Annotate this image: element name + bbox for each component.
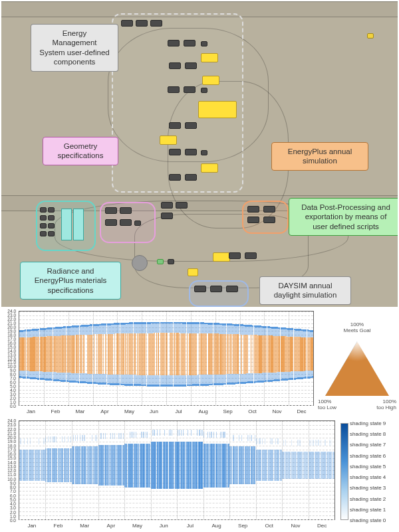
shading-legend-item: shading state 7 [350, 442, 386, 448]
y-tick: 11.0 [7, 360, 16, 365]
tri-left-pct: 100% [318, 399, 336, 404]
y-tick: 3.0 [10, 505, 16, 510]
y-tick: 4.0 [10, 501, 16, 506]
shading-legend: shading state 9shading state 8shading st… [340, 423, 395, 520]
tri-right-label: too High [376, 404, 396, 410]
x-tick: Oct [265, 523, 273, 529]
y-tick: 4.0 [10, 388, 16, 393]
y-tick: 10.0 [7, 364, 16, 369]
y-tick: 16.0 [7, 452, 16, 456]
y-tick: 0.0 [10, 404, 16, 408]
label-materials: Radiance andEnergyPlus materialsspecific… [20, 262, 121, 300]
y-tick: 3.0 [10, 392, 16, 397]
y-tick: 8.0 [10, 485, 16, 489]
x-axis: JanFebMarAprMayJunJulAugSepOctNovDec [19, 521, 335, 532]
x-tick: Sep [238, 523, 247, 529]
y-tick: 18.0 [7, 332, 16, 337]
x-tick: Mar [76, 408, 85, 414]
y-tick: 20.0 [7, 324, 16, 329]
y-tick: 10.0 [7, 476, 16, 481]
label-energyplus: EnergyPlus annualsimulation [271, 142, 368, 171]
plot-area [19, 420, 335, 520]
x-tick: Jan [27, 408, 35, 414]
shading-legend-item: shading state 8 [350, 431, 386, 437]
y-tick: 5.0 [10, 384, 16, 389]
y-tick: 5.0 [10, 497, 16, 501]
x-tick: Nov [272, 408, 281, 414]
tri-top-label: Meets Goal [318, 327, 396, 333]
x-tick: Dec [297, 408, 306, 414]
y-tick: 6.0 [10, 493, 16, 497]
grasshopper-canvas: EnergyManagementSystem user-definedcompo… [1, 1, 398, 307]
y-tick: 0.0 [10, 518, 16, 523]
y-tick: 15.0 [7, 344, 16, 349]
x-tick: Jan [27, 523, 36, 529]
triangle-legend: 100% Meets Goal 100% too Low 100% too Hi… [318, 321, 396, 401]
y-tick: 17.0 [7, 336, 16, 341]
x-tick: Oct [248, 408, 256, 414]
annual-shading-heatmap: 0.01.02.03.04.05.06.07.08.09.010.011.012… [0, 418, 399, 532]
y-tick: 8.0 [10, 372, 16, 377]
y-tick: 6.0 [10, 380, 16, 385]
y-tick: 9.0 [10, 368, 16, 373]
x-tick: Mar [80, 523, 89, 529]
y-tick: 13.0 [7, 464, 16, 468]
shading-legend-item: shading state 3 [350, 485, 386, 491]
triangle-icon [325, 341, 389, 396]
plot-area [19, 311, 314, 406]
x-tick: Apr [107, 523, 115, 529]
x-tick: Jun [150, 408, 158, 414]
cluster-daysim [189, 280, 249, 307]
y-tick: 23.0 [7, 422, 16, 427]
y-tick: 1.0 [10, 513, 16, 518]
y-axis: 0.01.02.03.04.05.06.07.08.09.010.011.012… [0, 311, 17, 406]
y-tick: 20.0 [7, 435, 16, 440]
y-tick: 2.0 [10, 509, 16, 514]
x-tick: Feb [54, 523, 63, 529]
x-tick: Aug [211, 523, 221, 529]
x-tick: May [124, 408, 134, 414]
annual-comfort-heatmap: 0.01.02.03.04.05.06.07.08.09.010.011.012… [0, 308, 399, 418]
y-tick: 7.0 [10, 489, 16, 493]
tri-top-pct: 100% [318, 321, 396, 327]
y-tick: 22.0 [7, 316, 16, 321]
x-tick: May [132, 523, 142, 529]
tri-right-pct: 100% [376, 399, 396, 404]
x-tick: Jun [160, 523, 168, 529]
y-tick: 19.0 [7, 439, 16, 444]
y-tick: 9.0 [10, 480, 16, 485]
label-geometry: Geometryspecifications [43, 137, 118, 165]
x-tick: Apr [100, 408, 108, 414]
y-tick: 19.0 [7, 328, 16, 333]
x-axis: JanFebMarAprMayJunJulAugSepOctNovDec [19, 407, 314, 418]
x-tick: Nov [291, 523, 300, 529]
y-tick: 22.0 [7, 426, 16, 431]
x-tick: Jul [187, 523, 194, 529]
y-tick: 21.0 [7, 320, 16, 325]
y-tick: 14.0 [7, 348, 16, 353]
label-ems: EnergyManagementSystem user-definedcompo… [31, 24, 118, 72]
label-daysim: DAYSIM annualdaylight simulation [259, 276, 351, 305]
y-tick: 12.0 [7, 356, 16, 361]
shading-legend-item: shading state 5 [350, 463, 386, 469]
y-tick: 15.0 [7, 456, 16, 460]
label-postproc: Data Post-Processing andexportation by m… [289, 198, 398, 236]
tri-left-label: too Low [318, 404, 336, 410]
y-tick: 24.0 [7, 418, 16, 423]
y-tick: 17.0 [7, 447, 16, 452]
x-tick: Feb [51, 408, 61, 414]
shading-legend-item: shading state 1 [350, 506, 386, 512]
y-tick: 24.0 [7, 309, 16, 313]
shading-colorbar [340, 423, 348, 520]
x-tick: Dec [317, 523, 327, 529]
y-tick: 11.0 [7, 472, 16, 477]
y-tick: 12.0 [7, 468, 16, 473]
shading-legend-item: shading state 0 [350, 517, 386, 523]
y-axis: 0.01.02.03.04.05.06.07.08.09.010.011.012… [0, 420, 17, 520]
y-tick: 1.0 [10, 400, 16, 404]
y-tick: 18.0 [7, 443, 16, 448]
y-tick: 14.0 [7, 460, 16, 464]
node [367, 33, 374, 39]
shading-legend-item: shading state 2 [350, 495, 386, 501]
y-tick: 13.0 [7, 352, 16, 357]
